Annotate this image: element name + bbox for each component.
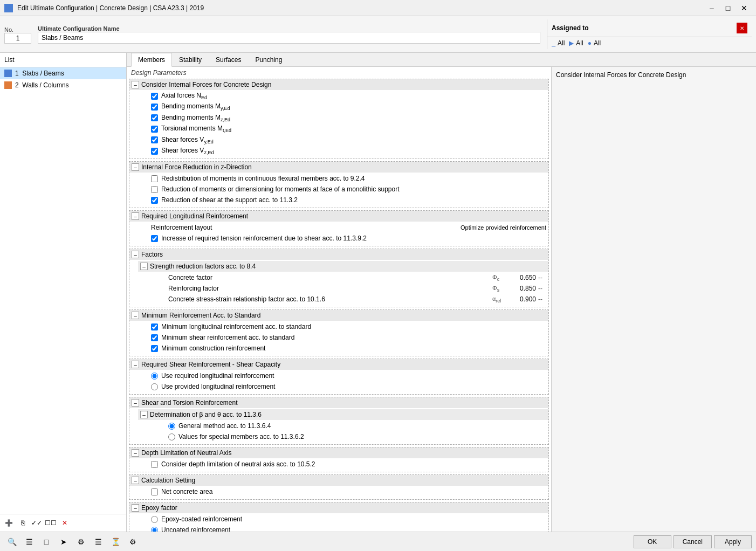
tab-members[interactable]: Members xyxy=(131,53,172,67)
toggle-minimum-reinforcement[interactable]: – xyxy=(132,312,139,319)
checkbox-depth-limit[interactable] xyxy=(151,461,158,468)
label-torsional[interactable]: Torsional moments Mt,Ed xyxy=(161,125,231,133)
assigned-btn-members[interactable]: ▶ All xyxy=(569,39,583,47)
label-bending-mz[interactable]: Bending moments Mz,Ed xyxy=(161,114,230,122)
checkbox-net-concrete[interactable] xyxy=(151,488,158,495)
cancel-button[interactable]: Cancel xyxy=(673,535,712,548)
list-tool-button[interactable]: ☰ xyxy=(91,535,106,549)
checkbox-min-shear[interactable] xyxy=(151,334,158,341)
uncheck-button[interactable]: ☐☐ xyxy=(44,516,57,529)
label-increase-tension[interactable]: Increase of required tension reinforceme… xyxy=(161,235,367,242)
checkbox-min-construction[interactable] xyxy=(151,345,158,352)
label-special-members[interactable]: Values for special members acc. to 11.3.… xyxy=(178,433,304,440)
toggle-calc-setting[interactable]: – xyxy=(132,477,139,484)
radio-use-required-long[interactable] xyxy=(151,373,158,380)
assigned-label: Assigned to xyxy=(552,24,589,32)
reinforcing-factor-label: Reinforcing factor xyxy=(168,285,492,292)
label-shear-vy[interactable]: Shear forces Vy,Ed xyxy=(161,136,214,144)
label-use-provided-long[interactable]: Use provided longitudinal reinforcement xyxy=(161,383,275,390)
maximize-button[interactable]: □ xyxy=(720,2,736,14)
label-axial-forces[interactable]: Axial forces NEd xyxy=(161,92,207,100)
assigned-btn-dots[interactable]: ● All xyxy=(588,39,601,47)
checkbox-torsional[interactable] xyxy=(151,126,158,133)
sidebar-item-walls-columns[interactable]: 2 Walls / Columns xyxy=(0,79,126,91)
label-depth-limit[interactable]: Consider depth limitation of neutral axi… xyxy=(161,460,315,468)
checkbox-bending-mz[interactable] xyxy=(151,114,158,121)
label-net-concrete[interactable]: Net concrete area xyxy=(161,488,212,495)
radio-use-provided-long[interactable] xyxy=(151,383,158,390)
checkbox-bending-my[interactable] xyxy=(151,104,158,111)
checkbox-reduction-moments[interactable] xyxy=(151,186,158,193)
tab-surfaces[interactable]: Surfaces xyxy=(209,53,248,67)
grid-tool-button[interactable]: ☰ xyxy=(22,535,37,549)
label-uncoated[interactable]: Uncoated reinforcement xyxy=(161,526,230,532)
label-min-construction[interactable]: Minimum construction reinforcement xyxy=(161,345,265,352)
config-tool-button[interactable]: ⚙ xyxy=(73,535,88,549)
sidebar-item-slabs-beams[interactable]: 1 Slabs / Beams xyxy=(0,67,126,79)
label-general-method[interactable]: General method acc. to 11.3.6.4 xyxy=(178,422,271,430)
checkbox-redistribution[interactable] xyxy=(151,175,158,182)
search-tool-button[interactable]: 🔍 xyxy=(4,535,19,549)
section-minimum-reinforcement: – Minimum Reinforcement Acc. to Standard xyxy=(129,310,548,321)
toggle-required-shear[interactable]: – xyxy=(132,361,139,368)
minimize-button[interactable]: – xyxy=(704,2,719,14)
toggle-factors[interactable]: – xyxy=(132,251,139,258)
section-depth-limitation-label: Depth Limitation of Neutral Axis xyxy=(141,449,231,457)
config-name-dropdown[interactable]: Slabs / Beams xyxy=(38,32,540,44)
rectangle-tool-button[interactable]: □ xyxy=(39,535,54,549)
radio-general-method[interactable] xyxy=(168,423,175,430)
toggle-internal-forces[interactable]: – xyxy=(132,81,139,88)
apply-button[interactable]: Apply xyxy=(714,535,752,548)
reinf-layout-label: Reinforcement layout xyxy=(151,224,461,231)
toggle-force-reduction[interactable]: – xyxy=(132,163,139,171)
label-use-required-long[interactable]: Use required longitudinal reinforcement xyxy=(161,372,274,380)
radio-epoxy-coated[interactable] xyxy=(151,516,158,523)
param-net-concrete: Net concrete area xyxy=(129,486,548,497)
toggle-depth-limitation[interactable]: – xyxy=(132,449,139,457)
label-bending-my[interactable]: Bending moments My,Ed xyxy=(161,102,230,111)
label-min-shear[interactable]: Minimum shear reinforcement acc. to stan… xyxy=(161,334,294,341)
checkbox-reduction-shear[interactable] xyxy=(151,197,158,204)
dot-icon: ● xyxy=(588,39,592,47)
delete-button[interactable]: ✕ xyxy=(58,516,71,529)
checkbox-shear-vy[interactable] xyxy=(151,136,158,143)
settings-tool-button[interactable]: ⚙ xyxy=(125,535,140,549)
add-item-button[interactable]: ➕ xyxy=(2,516,15,529)
label-min-longitudinal[interactable]: Minimum longitudinal reinforcement acc. … xyxy=(161,323,311,330)
check-button[interactable]: ✓✓ xyxy=(30,516,43,529)
toggle-beta-theta[interactable]: – xyxy=(140,411,148,418)
toggle-shear-torsion[interactable]: – xyxy=(132,399,139,407)
label-shear-vz[interactable]: Shear forces Vz,Ed xyxy=(161,147,214,155)
checkbox-axial-forces[interactable] xyxy=(151,93,158,100)
checkbox-shear-vz[interactable] xyxy=(151,148,158,155)
label-reduction-moments[interactable]: Reduction of moments or dimensioning for… xyxy=(161,185,400,193)
section-required-shear-label: Required Shear Reinforcement - Shear Cap… xyxy=(141,361,280,368)
param-shear-vz: Shear forces Vz,Ed xyxy=(129,146,548,156)
radio-uncoated[interactable] xyxy=(151,527,158,532)
member-icon: ▶ xyxy=(569,39,574,47)
history-tool-button[interactable]: ⏳ xyxy=(108,535,123,549)
assigned-controls: ⎯ All ▶ All ● All xyxy=(547,37,752,49)
radio-special-members[interactable] xyxy=(168,433,175,440)
toggle-strength-reduction[interactable]: – xyxy=(140,263,148,270)
arrow-tool-button[interactable]: ➤ xyxy=(56,535,71,549)
tab-punching[interactable]: Punching xyxy=(248,53,289,67)
label-redistribution[interactable]: Redistribution of moments in continuous … xyxy=(161,175,365,182)
toggle-epoxy[interactable]: – xyxy=(132,504,139,512)
close-button[interactable]: ✕ xyxy=(737,2,752,14)
tab-stability[interactable]: Stability xyxy=(172,53,209,67)
label-epoxy-coated[interactable]: Epoxy-coated reinforcement xyxy=(161,515,242,523)
checkbox-min-longitudinal[interactable] xyxy=(151,323,158,330)
assigned-btn-beams[interactable]: ⎯ All xyxy=(552,39,565,47)
copy-item-button[interactable]: ⎘ xyxy=(16,516,29,529)
param-reinf-layout: Reinforcement layout Optimize provided r… xyxy=(129,222,548,233)
section-calc-setting: – Calculation Setting xyxy=(129,475,548,486)
checkbox-increase-tension[interactable] xyxy=(151,235,158,242)
param-bending-my: Bending moments My,Ed xyxy=(129,101,548,112)
assigned-close-button[interactable]: ✕ xyxy=(737,23,747,33)
config-no: No. 1 xyxy=(4,26,31,44)
ok-button[interactable]: OK xyxy=(634,535,671,548)
toggle-longitudinal[interactable]: – xyxy=(132,212,139,220)
param-general-method: General method acc. to 11.3.6.4 xyxy=(138,421,548,431)
label-reduction-shear[interactable]: Reduction of shear at the support acc. t… xyxy=(161,196,298,204)
